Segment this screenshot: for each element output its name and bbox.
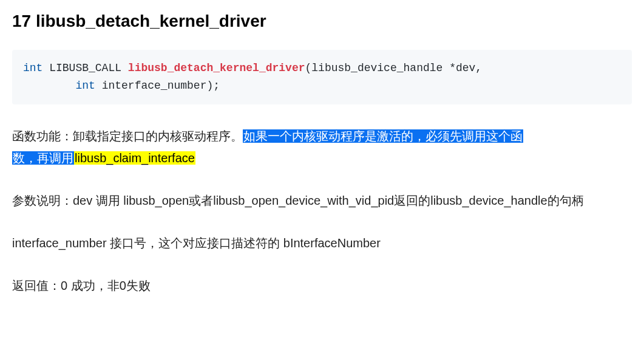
code-block: int LIBUSB_CALL libusb_detach_kernel_dri… xyxy=(12,50,632,104)
code-indent xyxy=(23,80,75,92)
desc-prefix: 函数功能：卸载指定接口的内核驱动程序。 xyxy=(12,129,243,143)
code-text: LIBUSB_CALL xyxy=(42,62,127,74)
code-text: interface_number); xyxy=(95,80,220,92)
return-value: 返回值：0 成功，非0失败 xyxy=(12,275,632,296)
keyword-int: int xyxy=(23,62,42,74)
section-heading: 17 libusb_detach_kernel_driver xyxy=(12,6,632,36)
highlight-blue: 如果一个内核驱动程序是激活的，必须先调用这个函 xyxy=(243,129,523,143)
highlight-blue: 数，再调用 xyxy=(12,151,74,165)
function-description: 函数功能：卸载指定接口的内核驱动程序。如果一个内核驱动程序是激活的，必须先调用这… xyxy=(12,125,632,169)
highlight-yellow: libusb_claim_interface xyxy=(74,151,195,165)
function-name: libusb_detach_kernel_driver xyxy=(128,62,305,74)
param-description: interface_number 接口号，这个对应接口描述符的 bInterfa… xyxy=(12,232,632,254)
keyword-int: int xyxy=(75,80,95,92)
code-text: (libusb_device_handle *dev, xyxy=(305,62,483,74)
param-description: 参数说明：dev 调用 libusb_open或者libusb_open_dev… xyxy=(12,190,632,211)
